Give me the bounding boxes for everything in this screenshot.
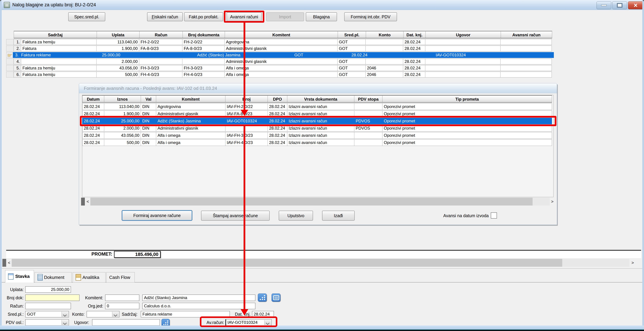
fakt-po-profakt-button[interactable]: Fakt.po profakt. <box>184 12 223 21</box>
cell-komitent[interactable]: Administrativni glasnik <box>224 58 338 64</box>
cell-racun[interactable]: FH-4-0/23 <box>139 72 182 78</box>
cell-ugovor[interactable] <box>425 46 500 52</box>
cell-broj-dokumenta[interactable]: FH-2-0/22 <box>182 39 224 45</box>
cell-komitent[interactable]: Administrativni glasnik <box>156 110 226 117</box>
cell-sadrzaj[interactable]: Faktura <box>21 46 96 52</box>
stampaj-avanse-racune-button[interactable]: Štampaj avanse račune <box>201 211 270 220</box>
komitent-code-field[interactable] <box>105 294 139 301</box>
cell-racun[interactable] <box>139 58 182 64</box>
broj-dok-field[interactable] <box>25 294 80 301</box>
cell-tip[interactable]: Oporezivi promet <box>382 125 552 132</box>
cell-ugovor[interactable] <box>425 58 500 64</box>
cell-val[interactable]: DIN <box>141 132 156 139</box>
org-jed-field[interactable]: 0 <box>105 303 139 309</box>
dialog-row-selected[interactable]: 28.02.24 25.000,00 DIN Adžić (Stanko) Ja… <box>82 118 553 124</box>
izadi-button[interactable]: Izađi <box>322 211 355 220</box>
cell-dat-knj[interactable]: 28.02.24 <box>403 46 425 52</box>
cell-broj[interactable]: IAV-FH-3-0/23 <box>225 132 268 139</box>
cell-sred-pl[interactable]: GOT <box>337 46 366 52</box>
cell-val[interactable]: DIN <box>141 110 156 117</box>
cell-broj-dokumenta[interactable] <box>159 52 196 58</box>
sadrzaj-field[interactable]: Faktura reklame <box>141 311 230 318</box>
cell-pdv-stopa[interactable] <box>354 103 382 110</box>
cell-vrsta[interactable]: Izlazni avansni račun <box>287 118 354 124</box>
row-selector[interactable] <box>6 65 14 71</box>
cell-val[interactable]: DIN <box>141 103 156 110</box>
cell-konto[interactable]: 2046 <box>366 72 403 78</box>
cell-dat-knj[interactable]: 28.02.24 <box>403 58 425 64</box>
cell-broj-dokumenta[interactable]: FH-3-0/23 <box>182 65 224 71</box>
cell-iznos[interactable]: 43.056,00 <box>104 132 141 139</box>
cell-avansni-racun[interactable] <box>500 39 552 45</box>
cell-iznos[interactable]: 500,00 <box>104 139 141 146</box>
fiskalni-racun-button[interactable]: Fiskalni račun <box>147 12 183 21</box>
sred-pl-combobox[interactable]: GOT <box>25 311 69 318</box>
table-row[interactable]: 1. Faktura za hemiju 113.040,00 FH-2-0/2… <box>6 39 554 45</box>
main-scroll-right-icon[interactable]: > <box>630 259 635 267</box>
komitent-card-button[interactable] <box>272 294 280 302</box>
dialog-scrollbar-track[interactable] <box>90 198 550 206</box>
chevron-down-icon[interactable] <box>112 312 119 317</box>
cell-datum[interactable]: 28.02.24 <box>82 139 104 146</box>
cell-sadrzaj[interactable] <box>21 58 96 64</box>
formiraj-int-obr-pdv-button[interactable]: Formiraj int.obr. PDV <box>344 12 397 21</box>
row-selector[interactable] <box>6 58 14 64</box>
cell-uplata[interactable]: 1.900,00 <box>96 46 139 52</box>
dialog-row[interactable]: 28.02.24 2.000,00 DIN Administrativni gl… <box>82 125 553 132</box>
cell-ugovor[interactable] <box>425 72 500 78</box>
cell-datum[interactable]: 28.02.24 <box>82 118 104 124</box>
main-scrollbar-track[interactable] <box>12 259 630 267</box>
cell-iznos[interactable]: 2.000,00 <box>104 125 141 132</box>
cell-uplata[interactable]: 2.000,00 <box>96 58 139 64</box>
pdv-osl-combobox[interactable] <box>25 319 69 326</box>
cell-uplata[interactable]: 500,00 <box>96 72 139 78</box>
row-selector[interactable] <box>6 39 14 45</box>
avansi-na-datum-izvoda-checkbox[interactable] <box>491 212 497 218</box>
cell-dpo[interactable]: 28.02.24 <box>268 125 287 132</box>
cell-broj[interactable]: IAV-FH-2-0/22 <box>225 103 268 110</box>
dialog-scroll-left-icon[interactable]: < <box>86 198 90 206</box>
table-row[interactable]: 4. 2.000,00 Administrativni glasnik GOT … <box>6 58 554 64</box>
cell-tip[interactable]: Oporezivi promet <box>382 118 552 124</box>
komitent-lookup-button[interactable] <box>258 294 267 302</box>
dialog-row[interactable]: 28.02.24 43.056,00 DIN Alfa i omega IAV-… <box>82 132 553 139</box>
cell-konto[interactable] <box>317 52 350 58</box>
cell-dat-knj[interactable]: 28.02.24 <box>350 52 370 58</box>
cell-pdv-stopa[interactable]: PDVOS <box>354 118 382 124</box>
cell-datum[interactable]: 28.02.24 <box>82 110 104 117</box>
cell-racun[interactable]: FH-2-0/22 <box>139 39 182 45</box>
cell-komitent[interactable]: Administrativni glasnik <box>156 125 226 132</box>
cell-tip[interactable]: Oporezivi promet <box>382 110 552 117</box>
cell-dpo[interactable]: 28.02.24 <box>268 132 287 139</box>
cell-broj[interactable] <box>225 125 268 132</box>
cell-racun[interactable]: FA-8-0/23 <box>139 46 182 52</box>
cell-broj-dokumenta[interactable] <box>182 58 224 64</box>
table-row-selected[interactable]: 3. Faktura reklame 25.000,00 Adžić (Stan… <box>6 52 554 58</box>
dialog-scrollbar-block[interactable] <box>81 198 85 206</box>
cell-broj[interactable]: IAV-FH-4-0/23 <box>225 139 268 146</box>
cell-pdv-stopa[interactable] <box>354 139 382 146</box>
cell-pdv-stopa[interactable] <box>354 132 382 139</box>
cell-sred-pl[interactable]: GOT <box>337 39 366 45</box>
tab-analitika[interactable]: Analitika <box>73 272 106 282</box>
formiraj-avansne-racune-button[interactable]: Formiraj avansne račune <box>122 210 192 220</box>
cell-sred-pl[interactable]: GOT <box>337 58 366 64</box>
spec-sred-pl-button[interactable]: Spec.sred.pl. <box>68 12 105 21</box>
cell-komitent[interactable]: Administrativni glasnik <box>224 46 338 52</box>
cell-vrsta[interactable]: Izlazni avansni račun <box>287 139 354 146</box>
ugovor-field[interactable] <box>92 319 160 326</box>
cell-ugovor[interactable] <box>369 52 434 58</box>
konto-combobox[interactable] <box>86 311 120 318</box>
table-row[interactable]: 5. Faktura za hemiju 43.056,00 FH-3-0/23… <box>6 65 554 71</box>
cell-val[interactable]: DIN <box>141 125 156 132</box>
cell-sred-pl[interactable]: GOT <box>337 72 366 78</box>
cell-broj[interactable]: IAV-FA-8-0/23 <box>225 110 268 117</box>
cell-dpo[interactable]: 28.02.24 <box>268 139 287 146</box>
cell-datum[interactable]: 28.02.24 <box>82 125 104 132</box>
row-selector[interactable] <box>6 72 14 78</box>
main-scrollbar-block[interactable] <box>2 259 6 267</box>
cell-ugovor[interactable] <box>425 39 500 45</box>
cell-ugovor[interactable] <box>425 65 500 71</box>
chevron-down-icon[interactable] <box>62 312 68 317</box>
cell-konto[interactable]: 2046 <box>366 65 403 71</box>
